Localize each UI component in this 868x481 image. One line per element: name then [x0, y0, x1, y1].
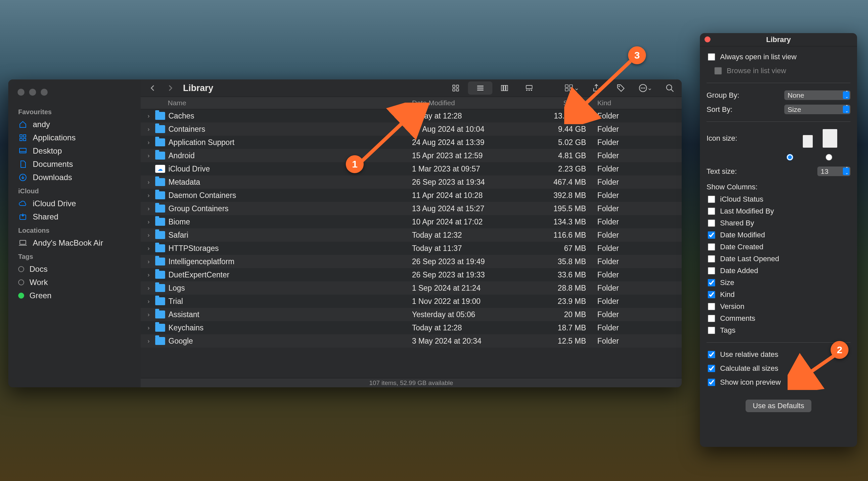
list-view-button[interactable]	[468, 82, 492, 95]
table-row[interactable]: ›Intelligenceplatform26 Sep 2023 at 19:4…	[141, 255, 682, 268]
file-list[interactable]: ›CachesToday at 12:2813.69 GBFolder›Cont…	[141, 109, 682, 378]
table-row[interactable]: ›HTTPStoragesToday at 11:3767 MBFolder	[141, 242, 682, 255]
column-checkbox[interactable]: Last Modified By	[707, 205, 850, 217]
sidebar-item[interactable]: Shared	[8, 210, 141, 223]
sidebar-item[interactable]: Documents	[8, 157, 141, 171]
group-by-select[interactable]: None	[784, 90, 850, 100]
file-date: 26 Sep 2023 at 19:49	[412, 257, 531, 266]
file-name: Logs	[168, 284, 185, 293]
table-row[interactable]: ›Daemon Containers11 Apr 2024 at 10:2839…	[141, 189, 682, 202]
table-row[interactable]: ›Google3 May 2024 at 20:3412.5 MBFolder	[141, 334, 682, 348]
back-button[interactable]	[145, 82, 160, 94]
close-button[interactable]	[705, 36, 711, 42]
sidebar-item[interactable]: Andy's MacBook Air	[8, 236, 141, 250]
column-checkbox[interactable]: Comments	[707, 312, 850, 324]
table-row[interactable]: ›Group Containers13 Aug 2024 at 15:27195…	[141, 202, 682, 215]
disclosure-triangle-icon[interactable]: ›	[141, 152, 152, 159]
close-dot[interactable]	[18, 89, 25, 96]
icon-view-button[interactable]	[443, 82, 468, 95]
sidebar-item[interactable]: iCloud Drive	[8, 197, 141, 210]
disclosure-triangle-icon[interactable]: ›	[141, 311, 152, 318]
table-row[interactable]: ›AssistantYesterday at 05:0620 MBFolder	[141, 308, 682, 321]
sidebar-item[interactable]: Green	[8, 289, 141, 302]
disclosure-triangle-icon[interactable]: ›	[141, 324, 152, 331]
column-checkbox[interactable]: Date Created	[707, 241, 850, 253]
sidebar-item[interactable]: Desktop	[8, 144, 141, 157]
group-button[interactable]: ⌄	[564, 82, 579, 94]
table-row[interactable]: ›Biome10 Apr 2024 at 17:02134.3 MBFolder	[141, 215, 682, 229]
table-row[interactable]: ›Trial1 Nov 2022 at 19:0023.9 MBFolder	[141, 295, 682, 308]
sidebar-item[interactable]: Docs	[8, 263, 141, 276]
table-row[interactable]: ☁iCloud Drive1 Mar 2023 at 09:572.23 GBF…	[141, 162, 682, 176]
column-checkbox[interactable]: Tags	[707, 324, 850, 336]
disclosure-triangle-icon[interactable]: ›	[141, 218, 152, 226]
sort-by-select[interactable]: Size	[784, 104, 850, 114]
table-row[interactable]: ›Application Support24 Aug 2024 at 13:39…	[141, 136, 682, 149]
file-size: 28.8 MB	[531, 284, 597, 293]
header-kind[interactable]: Kind	[597, 99, 657, 107]
disclosure-triangle-icon[interactable]: ›	[141, 192, 152, 199]
table-row[interactable]: ›SafariToday at 12:32116.6 MBFolder	[141, 229, 682, 242]
header-date[interactable]: Date Modified	[412, 99, 531, 107]
more-button[interactable]: ⌄	[638, 82, 653, 94]
disclosure-triangle-icon[interactable]: ›	[141, 205, 152, 212]
header-name[interactable]: Name	[141, 99, 412, 107]
window-controls[interactable]	[8, 86, 141, 105]
always-open-checkbox[interactable]: Always open in list view	[707, 51, 850, 63]
file-kind: Folder	[597, 284, 657, 293]
disclosure-triangle-icon[interactable]: ›	[141, 113, 152, 120]
svg-point-31	[642, 87, 644, 89]
table-row[interactable]: ›Containers27 Aug 2024 at 10:049.44 GBFo…	[141, 122, 682, 136]
column-view-button[interactable]	[492, 82, 517, 95]
column-checkbox[interactable]: Version	[707, 301, 850, 312]
table-row[interactable]: ›Logs1 Sep 2024 at 21:2428.8 MBFolder	[141, 281, 682, 295]
disclosure-triangle-icon[interactable]: ›	[141, 271, 152, 278]
sidebar-item[interactable]: Downloads	[8, 171, 141, 184]
search-button[interactable]	[662, 82, 677, 94]
use-as-defaults-button[interactable]: Use as Defaults	[746, 399, 811, 412]
table-row[interactable]: ›Metadata26 Sep 2023 at 19:34467.4 MBFol…	[141, 176, 682, 189]
divider	[707, 342, 850, 342]
column-checkbox[interactable]: Date Added	[707, 265, 850, 277]
text-size-select[interactable]: 13	[817, 167, 850, 176]
gallery-view-button[interactable]	[517, 82, 541, 95]
table-row[interactable]: ›CachesToday at 12:2813.69 GBFolder	[141, 109, 682, 122]
doc-small-icon	[803, 135, 813, 148]
icon-small-radio[interactable]	[786, 154, 793, 160]
svg-rect-25	[565, 88, 568, 91]
sidebar-item[interactable]: andy	[8, 118, 141, 131]
disclosure-triangle-icon[interactable]: ›	[141, 298, 152, 305]
table-row[interactable]: ›KeychainsToday at 12:2818.7 MBFolder	[141, 321, 682, 334]
column-checkbox[interactable]: Kind	[707, 289, 850, 301]
disclosure-triangle-icon[interactable]: ›	[141, 126, 152, 133]
header-size[interactable]: Size ⌄	[531, 99, 597, 107]
show-icon-preview-checkbox[interactable]: Show icon preview	[707, 377, 850, 388]
tag-button[interactable]	[614, 82, 628, 94]
column-checkbox[interactable]: Shared By	[707, 217, 850, 229]
view-segmented-control[interactable]	[443, 82, 541, 95]
disclosure-triangle-icon[interactable]: ›	[141, 139, 152, 146]
share-button[interactable]	[589, 82, 603, 94]
column-checkbox[interactable]: Date Last Opened	[707, 253, 850, 265]
icon-large-radio[interactable]	[826, 154, 832, 160]
icon-size-radio[interactable]	[707, 151, 850, 160]
column-checkbox[interactable]: Size	[707, 277, 850, 289]
calculate-all-sizes-checkbox[interactable]: Calculate all sizes	[707, 362, 850, 374]
disclosure-triangle-icon[interactable]: ›	[141, 258, 152, 265]
max-dot[interactable]	[41, 89, 48, 96]
disclosure-triangle-icon[interactable]: ›	[141, 232, 152, 239]
disclosure-triangle-icon[interactable]: ›	[141, 245, 152, 252]
column-checkbox[interactable]: Date Modified	[707, 229, 850, 241]
disclosure-triangle-icon[interactable]: ›	[141, 285, 152, 292]
view-options-panel: Library Always open in list view Browse …	[700, 33, 857, 447]
forward-button[interactable]	[163, 82, 178, 94]
disclosure-triangle-icon[interactable]: ›	[141, 338, 152, 344]
column-checkbox[interactable]: iCloud Status	[707, 193, 850, 205]
min-dot[interactable]	[29, 89, 36, 96]
sidebar-item[interactable]: Applications	[8, 131, 141, 144]
table-row[interactable]: ›Android15 Apr 2023 at 12:594.81 GBFolde…	[141, 149, 682, 162]
table-row[interactable]: ›DuetExpertCenter26 Sep 2023 at 19:3333.…	[141, 268, 682, 281]
disclosure-triangle-icon[interactable]: ›	[141, 179, 152, 186]
sidebar-item[interactable]: Work	[8, 276, 141, 289]
use-relative-dates-checkbox[interactable]: Use relative dates	[707, 349, 850, 361]
